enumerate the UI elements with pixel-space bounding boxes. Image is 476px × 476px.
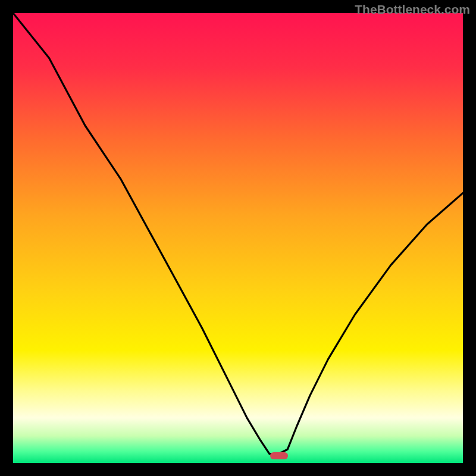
gradient-background (13, 13, 463, 463)
chart-container: TheBottleneck.com (0, 0, 476, 476)
plot-area (13, 13, 463, 463)
svg-rect-0 (13, 13, 463, 463)
